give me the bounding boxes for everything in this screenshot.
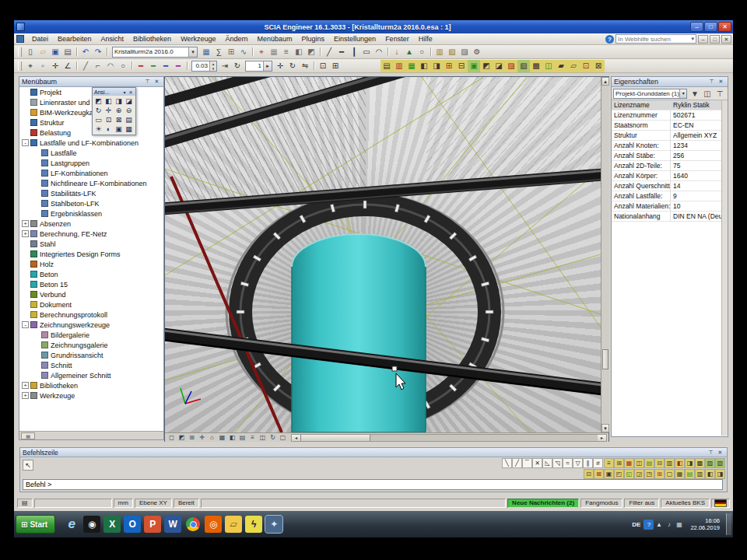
plate-2d-icon[interactable]: ▭	[360, 46, 373, 58]
calculation-icon[interactable]: ∑	[212, 46, 225, 58]
close-button[interactable]: ✕	[718, 22, 731, 32]
result-display-icon[interactable]: ◨	[430, 60, 443, 72]
folder-icon[interactable]: ▱	[225, 516, 242, 533]
chevron-down-icon[interactable]: ▾	[188, 47, 197, 57]
column-icon[interactable]: ┃	[348, 46, 360, 58]
tree-expander-icon[interactable]: +	[22, 392, 29, 399]
polyline-tool-icon[interactable]: ⌐	[92, 60, 104, 72]
taskbar-clock[interactable]: 16:06 22.06.2019	[687, 517, 723, 531]
support-icon[interactable]: ▲	[403, 46, 416, 58]
command-header[interactable]: Befehlszeile ⊤ ✕	[20, 448, 727, 457]
model-canvas[interactable]	[165, 77, 601, 432]
result-display-icon[interactable]: ◪	[493, 60, 505, 72]
status-doc-icon[interactable]: ▤	[17, 499, 33, 508]
tree-expander-icon[interactable]	[33, 159, 40, 166]
tree-expander-icon[interactable]	[22, 311, 29, 318]
tree-expander-icon[interactable]: -	[22, 321, 29, 328]
hscroll-thumb[interactable]	[300, 435, 370, 441]
powerpoint-icon[interactable]: P	[144, 516, 161, 533]
engineering-report-icon[interactable]: ▨	[458, 46, 471, 58]
vp-grid-icon[interactable]: ⊞	[187, 433, 197, 442]
save-icon[interactable]: ▣	[49, 46, 61, 58]
close-icon[interactable]: ✕	[153, 78, 161, 86]
scia-icon[interactable]: ✦	[265, 516, 282, 533]
result-display-icon[interactable]: ◧	[418, 60, 430, 72]
cmd-tool-icon[interactable]: ▩	[695, 458, 705, 468]
props-pin-icon[interactable]: ⊤	[714, 87, 726, 100]
refresh-icon[interactable]: ↻	[231, 60, 244, 72]
menu-item[interactable]: Hilfe	[414, 34, 437, 44]
start-button[interactable]: ⊞ Start	[16, 515, 55, 534]
chevron-down-icon[interactable]: ▾	[121, 89, 128, 95]
measure-icon[interactable]: ∠	[61, 60, 74, 72]
status-snap-mode[interactable]: Fangmodus	[580, 499, 622, 508]
scroll-right-icon[interactable]: ▸	[598, 435, 606, 441]
cmd-tool-icon[interactable]: ▤	[644, 458, 654, 468]
menu-item[interactable]: Fenster	[381, 34, 414, 44]
tree-item[interactable]: Grundrissansicht	[19, 350, 163, 360]
cmd-tool-icon[interactable]: ◧	[705, 469, 715, 479]
tree-item[interactable]: Nichtlineare LF-Kombinationen	[19, 178, 163, 188]
pan-view-icon[interactable]: ✛	[103, 106, 114, 115]
viewport-hscrollbar[interactable]: ◂ ▸	[291, 434, 607, 442]
outlook-icon[interactable]: O	[124, 516, 141, 533]
cmd-tool-icon[interactable]: ▥	[695, 469, 705, 479]
view-print-icon[interactable]: ▤	[124, 115, 134, 124]
rotate-view-icon[interactable]: ↻	[93, 106, 103, 115]
member-color-red-icon[interactable]: ━	[135, 60, 147, 72]
separator[interactable]	[104, 46, 110, 58]
grid-icon[interactable]: ▦	[268, 46, 280, 58]
line-tool-icon[interactable]: ╱	[79, 60, 92, 72]
mdi-close-button[interactable]: ✕	[721, 35, 731, 44]
property-row[interactable]: Struktur Allgemein XYZ	[612, 131, 721, 141]
result-display-icon[interactable]: ⊡	[580, 60, 592, 72]
maximize-button[interactable]: □	[704, 22, 717, 32]
help-icon[interactable]: ?	[605, 35, 614, 44]
tree-expander-icon[interactable]	[33, 149, 40, 156]
mdi-restore-button[interactable]: □	[710, 35, 720, 44]
scroll-left-icon[interactable]: ◂	[292, 435, 300, 441]
tree-expander-icon[interactable]	[22, 250, 29, 257]
member-1d-icon[interactable]: ╱	[323, 46, 335, 58]
cmd-tool-icon[interactable]: ▦	[675, 469, 685, 479]
tree-expander-icon[interactable]	[22, 240, 29, 247]
snap-arc-icon[interactable]: ⌒	[522, 458, 532, 468]
result-display-icon[interactable]: ▰	[555, 60, 567, 72]
rotate-icon[interactable]: ↻	[286, 60, 299, 72]
move-icon[interactable]: ✛	[274, 60, 286, 72]
property-row[interactable]: Staatsnorm EC-EN	[612, 121, 721, 131]
tree-item[interactable]: + Bibliotheken	[19, 380, 163, 390]
project-selector[interactable]: Kristallturm2a 2016.0 ▾	[112, 47, 198, 58]
snap-intersection-icon[interactable]: ✕	[532, 458, 542, 468]
result-display-icon[interactable]: ⊟	[455, 60, 468, 72]
language-indicator[interactable]: DE	[632, 521, 640, 528]
property-row[interactable]: Anzahl Materialien: 10	[612, 201, 721, 212]
close-icon[interactable]: ✕	[716, 449, 724, 457]
zoom-window-icon[interactable]: ▭	[93, 115, 103, 124]
tree-item[interactable]: Verbund	[19, 289, 163, 299]
scroll-down-icon[interactable]: ▼	[601, 424, 609, 432]
tree-item[interactable]: Stahlbeton-LFK	[19, 198, 163, 208]
tree-item[interactable]: + Absenzen	[19, 219, 163, 229]
tree-expander-icon[interactable]	[22, 89, 29, 96]
snap-node-icon[interactable]: ▽	[573, 458, 583, 468]
property-row[interactable]: Lizenzname Ryklin Statik	[612, 100, 721, 110]
pin-icon[interactable]: ⊤	[143, 78, 152, 86]
scroll-up-icon[interactable]: ▲	[601, 77, 609, 86]
new-icon[interactable]: ▯	[24, 46, 37, 58]
wireframe-icon[interactable]: ◧	[293, 46, 305, 58]
cmd-tool-icon[interactable]: ⊞	[614, 458, 624, 468]
ie-icon[interactable]: e	[63, 516, 80, 533]
view-palette[interactable]: Ansi... ▾ ✕ ◩◧◨◪↻✛⊕⊖▭⊡⊠▤☀◐▣▦	[92, 87, 136, 135]
open-icon[interactable]: ▱	[37, 46, 49, 58]
menu-item[interactable]: Plugins	[297, 34, 330, 44]
cmd-tool-icon[interactable]: ▧	[715, 458, 725, 468]
close-icon[interactable]: ✕	[128, 89, 134, 95]
menu-item[interactable]: Werkzeuge	[176, 34, 220, 44]
cmd-tool-icon[interactable]: ▥	[665, 458, 675, 468]
tree-item[interactable]: Lastfälle	[19, 148, 163, 158]
result-display-icon[interactable]: ⊞	[443, 60, 455, 72]
property-row[interactable]: Anzahl Stäbe: 256	[612, 151, 721, 161]
view-settings-icon[interactable]: ▦	[124, 124, 134, 134]
tree-item[interactable]: + Werkzeuge	[19, 390, 163, 401]
